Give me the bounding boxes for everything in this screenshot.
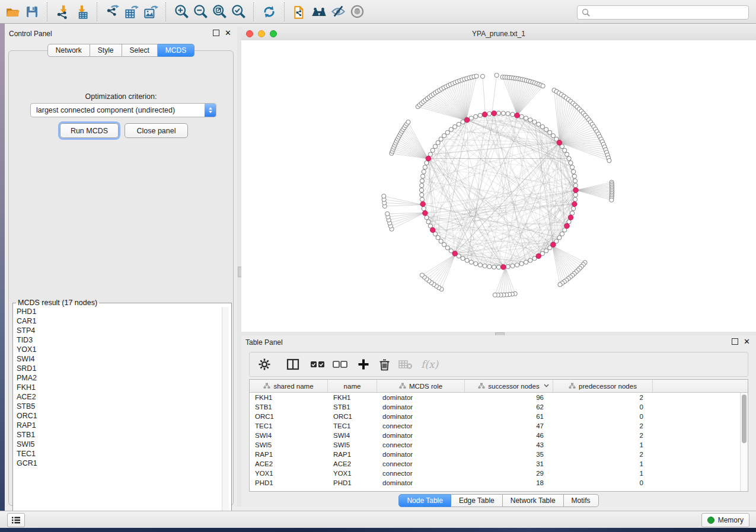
- ring-node[interactable]: [425, 161, 429, 165]
- ring-node[interactable]: [544, 127, 548, 132]
- delete-table-button[interactable]: [398, 355, 413, 373]
- export-table-button[interactable]: [122, 2, 141, 21]
- mcds-result-item[interactable]: SWI5: [13, 440, 231, 449]
- satellite-node[interactable]: [420, 273, 424, 277]
- close-panel-icon[interactable]: ✕: [744, 338, 750, 345]
- ring-node[interactable]: [563, 148, 567, 152]
- ring-node[interactable]: [573, 179, 577, 183]
- ring-node[interactable]: [436, 236, 440, 240]
- ring-node[interactable]: [469, 260, 473, 264]
- memory-button[interactable]: Memory: [701, 513, 749, 527]
- satellite-node[interactable]: [558, 283, 562, 287]
- mcds-result-item[interactable]: TID3: [13, 335, 231, 345]
- ring-node[interactable]: [515, 263, 519, 267]
- satellite-node[interactable]: [382, 194, 386, 198]
- ring-node[interactable]: [449, 127, 453, 132]
- mcds-node[interactable]: [426, 156, 431, 161]
- mcds-node[interactable]: [557, 140, 562, 146]
- tab-node-table[interactable]: Node Table: [398, 494, 451, 507]
- mcds-node[interactable]: [420, 201, 426, 207]
- mcds-node[interactable]: [430, 227, 435, 233]
- mcds-result-item[interactable]: FKH1: [13, 383, 231, 392]
- mcds-node[interactable]: [573, 188, 579, 193]
- mcds-result-item[interactable]: SRD1: [13, 364, 231, 373]
- deselect-all-button[interactable]: [333, 355, 348, 373]
- mcds-node[interactable]: [568, 215, 573, 220]
- tab-style[interactable]: Style: [90, 44, 122, 57]
- tab-network[interactable]: Network: [47, 44, 90, 57]
- table-row[interactable]: ACE2ACE2connector311: [250, 459, 748, 469]
- ring-node[interactable]: [474, 262, 478, 266]
- ring-node[interactable]: [487, 264, 492, 268]
- mcds-result-item[interactable]: STB1: [13, 430, 231, 440]
- mcds-list-scrollbar[interactable]: [222, 307, 229, 515]
- satellite-node[interactable]: [480, 74, 484, 78]
- satellite-node[interactable]: [406, 120, 410, 124]
- table-row[interactable]: SWI5SWI5connector431: [250, 440, 748, 450]
- column-header-predecessor-nodes[interactable]: predecessor nodes: [553, 380, 653, 392]
- ring-node[interactable]: [506, 111, 510, 116]
- import-table-button[interactable]: [72, 2, 91, 21]
- mcds-result-item[interactable]: CAR1: [13, 316, 231, 326]
- table-scrollbar[interactable]: [740, 393, 748, 491]
- close-panel-button[interactable]: Close panel: [125, 123, 188, 138]
- mcds-result-item[interactable]: RAP1: [13, 421, 231, 430]
- ring-node[interactable]: [524, 116, 528, 120]
- ring-node[interactable]: [426, 220, 430, 224]
- ring-node[interactable]: [461, 257, 465, 261]
- mcds-result-item[interactable]: PHD1: [13, 307, 231, 316]
- ring-node[interactable]: [419, 188, 423, 192]
- maximize-window-icon[interactable]: [270, 30, 277, 37]
- ring-node[interactable]: [572, 169, 576, 174]
- ring-node[interactable]: [422, 207, 426, 211]
- ring-node[interactable]: [420, 184, 424, 188]
- zoom-fit-button[interactable]: [210, 2, 229, 21]
- satellite-node[interactable]: [541, 84, 545, 88]
- satellite-node[interactable]: [610, 198, 614, 202]
- mcds-node[interactable]: [482, 112, 487, 117]
- mcds-node[interactable]: [464, 117, 470, 123]
- table-row[interactable]: YOX1YOX1connector291: [250, 469, 748, 478]
- satellite-node[interactable]: [495, 73, 499, 77]
- ring-node[interactable]: [423, 165, 427, 169]
- show-graphics-button[interactable]: [347, 2, 366, 21]
- search-input[interactable]: [593, 7, 748, 18]
- ring-node[interactable]: [524, 260, 528, 264]
- ring-node[interactable]: [528, 118, 532, 122]
- satellite-node[interactable]: [493, 293, 497, 297]
- export-image-button[interactable]: [141, 2, 160, 21]
- ring-node[interactable]: [570, 211, 575, 215]
- ring-node[interactable]: [433, 145, 437, 149]
- mcds-result-item[interactable]: ORC1: [13, 411, 231, 421]
- ring-node[interactable]: [445, 130, 449, 134]
- apply-layout-button[interactable]: [260, 2, 279, 21]
- mcds-node[interactable]: [572, 201, 578, 207]
- import-network-button[interactable]: [53, 2, 72, 21]
- run-mcds-button[interactable]: Run MCDS: [60, 123, 119, 138]
- table-settings-button[interactable]: [258, 355, 271, 373]
- mcds-result-item[interactable]: YOX1: [13, 345, 231, 354]
- delete-column-button[interactable]: [379, 355, 390, 373]
- ring-node[interactable]: [511, 113, 515, 117]
- ring-node[interactable]: [492, 265, 496, 269]
- table-row[interactable]: STB1STB1dominator620: [250, 402, 748, 412]
- ring-node[interactable]: [496, 111, 500, 115]
- ring-node[interactable]: [567, 156, 571, 161]
- ring-node[interactable]: [572, 207, 576, 211]
- table-row[interactable]: ORC1ORC1dominator610: [250, 412, 748, 421]
- mcds-node[interactable]: [501, 264, 506, 270]
- ring-node[interactable]: [551, 133, 555, 137]
- tab-motifs[interactable]: Motifs: [564, 494, 599, 507]
- ring-node[interactable]: [439, 137, 443, 141]
- ring-node[interactable]: [474, 114, 478, 118]
- ring-node[interactable]: [540, 124, 544, 129]
- ring-node[interactable]: [544, 249, 548, 253]
- criterion-dropdown[interactable]: largest connected component (undirected): [30, 103, 216, 117]
- mcds-result-item[interactable]: SWI4: [13, 354, 231, 364]
- select-all-button[interactable]: [310, 355, 326, 373]
- mcds-node[interactable]: [452, 251, 458, 257]
- column-header-successor-nodes[interactable]: successor nodes: [465, 380, 553, 392]
- ring-node[interactable]: [565, 152, 569, 156]
- satellite-node[interactable]: [474, 74, 479, 78]
- ring-node[interactable]: [457, 122, 461, 126]
